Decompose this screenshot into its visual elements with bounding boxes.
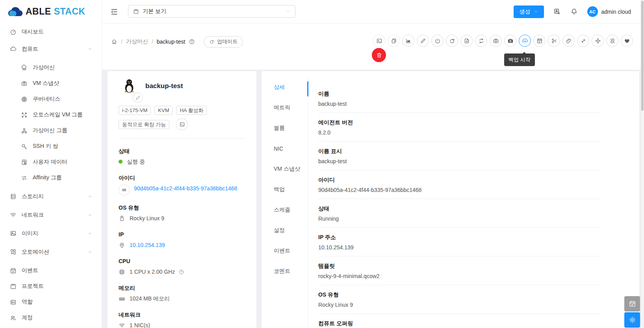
tab-상세[interactable]: 상세: [262, 77, 308, 98]
status-dot: [119, 160, 122, 164]
scrollbar-thumb[interactable]: [641, 1, 644, 111]
detail-label: 이름: [318, 90, 601, 98]
sidebar-item-kubernetes[interactable]: 쿠버네티스: [0, 91, 102, 107]
reload-button[interactable]: [446, 35, 458, 47]
tab-볼륨[interactable]: 볼륨: [262, 118, 308, 138]
power-button[interactable]: [431, 35, 444, 47]
bell-icon[interactable]: [570, 8, 578, 15]
sidebar-item-label: 오토메이션: [22, 249, 49, 256]
sidebar-item-automation[interactable]: 오토메이션: [0, 243, 102, 261]
field-label: OS 유형: [119, 204, 245, 212]
barcode-icon: [119, 184, 130, 195]
sidebar-item-image[interactable]: 이미지: [0, 224, 102, 243]
page-scrollbar[interactable]: [640, 0, 644, 328]
tab-코멘트[interactable]: 코멘트: [262, 261, 308, 282]
cloud-upload-button[interactable]: [519, 35, 531, 47]
sidebar-item-label: 스토리지: [22, 193, 44, 200]
event-timeline-fab[interactable]: [624, 296, 640, 311]
detail-row: IP 주소10.10.254.139: [318, 228, 601, 256]
expand-button[interactable]: [577, 35, 589, 47]
sidebar-item-compute[interactable]: 컴퓨트: [0, 40, 102, 58]
sidebar: ABLESTACK 대시보드컴퓨트가상머신VM 스냅샷쿠버네티스오토스케일 VM…: [0, 0, 102, 328]
camera-filled-button[interactable]: [504, 35, 516, 47]
update-button[interactable]: 업데이트: [204, 36, 243, 48]
sidebar-item-vm[interactable]: 가상머신: [0, 60, 102, 76]
detail-value: backup-test: [318, 100, 601, 110]
sidebar-item-account[interactable]: 계정: [0, 310, 102, 326]
scissors-button[interactable]: [548, 35, 560, 47]
home-icon[interactable]: [111, 39, 117, 45]
detail-label: 아이디: [318, 176, 601, 184]
vm-summary-card: backup-test i-2-175-VMKVMHA 활성화동적으로 확장 가…: [108, 71, 256, 328]
chip-icon: [119, 269, 125, 275]
sidebar-item-event[interactable]: 이벤트: [0, 263, 102, 278]
detail-row: 아이디90d4b05a-41c2-4f44-b335-97a36bbc1468: [318, 170, 601, 199]
tab-VM 스냅샷[interactable]: VM 스냅샷: [262, 159, 308, 179]
move-button[interactable]: [592, 35, 604, 47]
detail-label: IP 주소: [318, 233, 601, 241]
tab-스케줄[interactable]: 스케줄: [262, 200, 308, 220]
sidebar-item-user-data[interactable]: 사용자 데이터: [0, 154, 102, 170]
translate-icon[interactable]: [553, 8, 561, 15]
field-value: 1024 MB 메모리: [130, 295, 170, 302]
brand-stack: STACK: [54, 6, 85, 17]
sidebar-item-dashboard[interactable]: 대시보드: [0, 24, 102, 40]
menu-fold-icon[interactable]: [110, 8, 118, 16]
paperclip-button[interactable]: [562, 35, 575, 47]
settings-fab[interactable]: [624, 312, 640, 328]
sync-icon: [478, 38, 484, 44]
gear-icon: [629, 316, 636, 324]
os-logo-penguin: [123, 78, 135, 96]
sidebar-item-network[interactable]: 네트워크: [0, 206, 102, 224]
sync-button[interactable]: [475, 35, 487, 47]
tab-NIC[interactable]: NIC: [262, 138, 308, 159]
sidebar-item-label: SSH 키 쌍: [33, 143, 58, 150]
terminal-button[interactable]: [373, 35, 385, 47]
calendar-check-button[interactable]: [533, 35, 546, 47]
chevron-down-icon: [88, 250, 92, 254]
power-icon: [434, 38, 441, 44]
heart-button[interactable]: [621, 35, 633, 47]
sidebar-item-ssh-keypair[interactable]: SSH 키 쌍: [0, 138, 102, 154]
sidebar-item-role[interactable]: 역할: [0, 294, 102, 310]
question-circle-icon[interactable]: [189, 39, 195, 45]
copy-button[interactable]: [388, 35, 400, 47]
sidebar-item-affinity-group[interactable]: Affinity 그룹: [0, 170, 102, 186]
console-button[interactable]: [176, 118, 188, 130]
sidebar-item-label: 사용자 데이터: [33, 158, 67, 166]
tab-설정[interactable]: 설정: [262, 220, 308, 241]
wifi-icon: [119, 322, 125, 328]
tab-메트릭[interactable]: 메트릭: [262, 98, 308, 118]
area-chart-icon: [405, 38, 412, 44]
sidebar-item-storage[interactable]: 스토리지: [0, 187, 102, 206]
summary-field: IP10.10.254.139: [119, 230, 245, 249]
edit-button[interactable]: [417, 35, 429, 47]
camera-button[interactable]: [490, 35, 502, 47]
edit-name-button[interactable]: [133, 92, 143, 103]
brand-logo[interactable]: ABLESTACK: [0, 0, 102, 23]
area-chart-button[interactable]: [402, 35, 414, 47]
field-label: 상태: [119, 147, 245, 155]
field-value[interactable]: 90d4b05a-41c2-4f44-b335-97a36bbc1468: [134, 184, 237, 192]
vm-tag: 동적으로 확장 가능: [119, 120, 169, 129]
view-selector[interactable]: 기본 보기: [128, 5, 295, 18]
tab-이벤트[interactable]: 이벤트: [262, 241, 308, 261]
tab-백업[interactable]: 백업: [262, 179, 308, 200]
sidebar-item-vm-group[interactable]: 가상머신 그룹: [0, 123, 102, 138]
create-button[interactable]: 생성: [514, 6, 544, 18]
sidebar-item-label: 이미지: [22, 230, 38, 237]
field-value[interactable]: 10.10.254.139: [130, 241, 165, 249]
breadcrumb-bar: / 가상머신 / backup-test 업데이트 백업 시작: [102, 24, 644, 70]
breadcrumb-item-vm[interactable]: 가상머신: [126, 38, 148, 45]
sidebar-item-label: 컴퓨트: [22, 46, 38, 53]
role-icon: [10, 299, 17, 306]
unlink-button[interactable]: [606, 35, 618, 47]
question-circle-icon[interactable]: [178, 269, 184, 275]
sidebar-item-autoscale-vm-group[interactable]: 오토스케일 VM 그룹: [0, 107, 102, 123]
sidebar-item-project[interactable]: 프로젝트: [0, 278, 102, 294]
sidebar-item-vm-snapshot[interactable]: VM 스냅샷: [0, 76, 102, 91]
detail-row: OS 유형Rocky Linux 9: [318, 285, 601, 314]
user-menu[interactable]: AC admin cloud: [587, 6, 631, 17]
file-add-button[interactable]: [460, 35, 473, 47]
destroy-vm-button[interactable]: [372, 48, 386, 62]
